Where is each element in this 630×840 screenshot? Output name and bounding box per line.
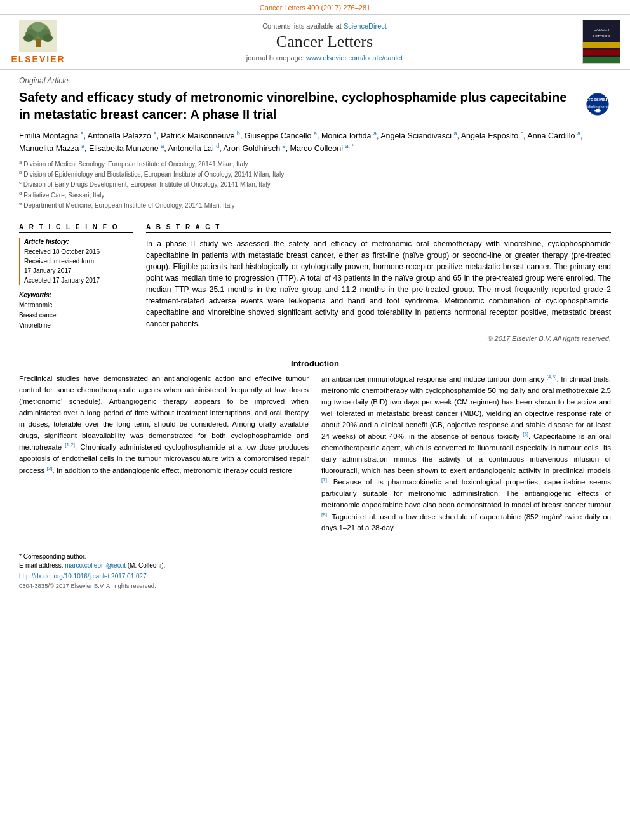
introduction-col2: an anticancer immunological response and… <box>321 373 611 539</box>
citation-bar: Cancer Letters 400 (2017) 276–281 <box>0 0 630 14</box>
revised-date-line: 17 January 2017 <box>24 266 133 276</box>
introduction-col1: Preclinical studies have demonstrated an… <box>19 373 309 539</box>
corresponding-author-note: * Corresponding author. <box>19 553 611 560</box>
article-type: Original Article <box>19 76 611 85</box>
info-abstract-section: A R T I C L E I N F O Article history: R… <box>19 223 611 342</box>
journal-header: ELSEVIER Contents lists available at Sci… <box>0 14 630 70</box>
keywords-label: Keywords: <box>19 291 133 298</box>
keyword-3: Vinorelbine <box>19 321 133 331</box>
introduction-body: Preclinical studies have demonstrated an… <box>19 373 611 539</box>
bottom-bar: 0304-3835/© 2017 Elsevier B.V. All right… <box>19 582 611 589</box>
svg-point-5 <box>23 34 34 42</box>
elsevier-tree-image <box>19 20 57 52</box>
homepage-url[interactable]: www.elsevier.com/locate/canlet <box>306 54 403 62</box>
journal-title-center: Contents lists available at ScienceDirec… <box>70 22 579 62</box>
svg-text:CANCER: CANCER <box>594 28 610 32</box>
homepage-prefix: journal homepage: <box>246 54 306 62</box>
article-info-col: A R T I C L E I N F O Article history: R… <box>19 223 133 342</box>
main-content: Original Article Safety and efficacy stu… <box>0 70 630 596</box>
svg-text:CrossMark: CrossMark <box>586 97 610 102</box>
email-note: E-mail address: marco.colleoni@ieo.it (M… <box>19 562 611 569</box>
journal-name: Cancer Letters <box>70 32 579 51</box>
affiliation-d: d Palliative Care, Sassari, Italy <box>19 190 611 200</box>
authors: Emilia Montagna a, Antonella Palazzo a, … <box>19 130 611 155</box>
abstract-col: A B S T R A C T In a phase II study we a… <box>146 223 611 342</box>
article-title-section: Safety and efficacy study of metronomic … <box>19 89 611 123</box>
affiliation-a: a Division of Medical Senology, European… <box>19 159 611 169</box>
keyword-2: Breast cancer <box>19 310 133 321</box>
received-date: Received 18 October 2016 Received in rev… <box>24 247 133 285</box>
svg-rect-11 <box>583 42 620 48</box>
science-direct-link[interactable]: ScienceDirect <box>344 22 387 30</box>
page: Cancer Letters 400 (2017) 276–281 ELSEVI… <box>0 0 630 840</box>
crossmark-logo: CrossMark clicking here <box>586 92 611 119</box>
email-link[interactable]: marco.colleoni@ieo.it <box>65 562 126 569</box>
citation-text: Cancer Letters 400 (2017) 276–281 <box>260 4 370 11</box>
accepted-line: Accepted 17 January 2017 <box>24 276 133 285</box>
elsevier-brand-text: ELSEVIER <box>11 54 65 64</box>
abstract-text: In a phase II study we assessed the safe… <box>146 238 611 330</box>
email-suffix: (M. Colleoni). <box>128 562 165 569</box>
copyright-line: © 2017 Elsevier B.V. All rights reserved… <box>146 335 611 342</box>
article-history: Article history: Received 18 October 201… <box>19 238 133 285</box>
affiliation-e: e Department of Medicine, European Insti… <box>19 200 611 210</box>
intro-paragraph-2: an anticancer immunological response and… <box>321 373 611 534</box>
affiliation-b: b Division of Epidemiology and Biostatis… <box>19 169 611 179</box>
svg-rect-13 <box>583 57 620 63</box>
affiliation-c: c Division of Early Drugs Development, E… <box>19 179 611 189</box>
svg-text:LETTERS: LETTERS <box>593 34 610 38</box>
affiliations: a Division of Medical Senology, European… <box>19 159 611 211</box>
keywords-list: Metronomic Breast cancer Vinorelbine <box>19 300 133 331</box>
abstract-heading: A B S T R A C T <box>146 223 611 233</box>
elsevier-logo: ELSEVIER <box>6 20 70 64</box>
contents-text: Contents lists available at <box>262 22 344 30</box>
svg-rect-12 <box>583 50 620 56</box>
keywords-section: Keywords: Metronomic Breast cancer Vinor… <box>19 291 133 331</box>
journal-logo-box: CANCER LETTERS <box>582 20 620 64</box>
article-info-heading: A R T I C L E I N F O <box>19 223 133 233</box>
doi-link[interactable]: http://dx.doi.org/10.1016/j.canlet.2017.… <box>19 573 147 580</box>
received-line: Received 18 October 2016 <box>24 247 133 257</box>
section-divider <box>19 217 611 217</box>
email-label: E-mail address: <box>19 562 65 569</box>
svg-rect-2 <box>36 39 41 47</box>
section-divider-2 <box>19 349 611 349</box>
intro-paragraph-1: Preclinical studies have demonstrated an… <box>19 373 309 476</box>
svg-rect-18 <box>594 110 601 112</box>
journal-logo-right: CANCER LETTERS <box>579 20 624 64</box>
science-direct-line: Contents lists available at ScienceDirec… <box>70 22 579 30</box>
article-title: Safety and efficacy study of metronomic … <box>19 89 579 123</box>
svg-point-6 <box>43 34 53 42</box>
history-label: Article history: <box>24 238 133 245</box>
introduction-heading: Introduction <box>19 359 611 368</box>
svg-text:clicking here: clicking here <box>587 105 608 109</box>
received-revised-line: Received in revised form <box>24 257 133 266</box>
footnote-section: * Corresponding author. E-mail address: … <box>19 549 611 569</box>
doi-section: http://dx.doi.org/10.1016/j.canlet.2017.… <box>19 573 611 580</box>
journal-homepage: journal homepage: www.elsevier.com/locat… <box>70 54 579 62</box>
introduction-section: Introduction Preclinical studies have de… <box>19 359 611 539</box>
keyword-1: Metronomic <box>19 300 133 310</box>
svg-point-7 <box>32 22 44 32</box>
